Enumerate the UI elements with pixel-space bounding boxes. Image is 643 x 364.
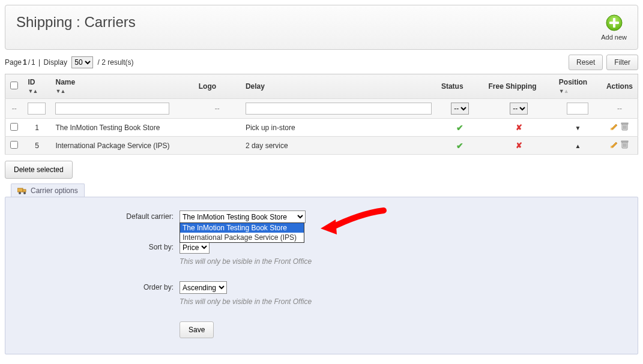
svg-rect-16 (23, 189, 26, 192)
filter-dash-1: -- (5, 99, 23, 119)
reset-button[interactable]: Reset (569, 55, 603, 70)
page-title: Shipping : Carriers (16, 14, 136, 31)
carrier-option-0[interactable]: The InMotion Testing Book Store (180, 223, 304, 233)
edit-icon[interactable] (610, 122, 618, 131)
cell-id: 1 (23, 119, 50, 137)
col-delay: Delay (246, 82, 265, 91)
table-row: 1The InMotion Testing Book StorePick up … (5, 119, 638, 137)
add-new-button[interactable]: Add new (601, 14, 627, 41)
filter-free-select[interactable]: -- (510, 103, 528, 115)
truck-icon (17, 187, 27, 194)
sort-name[interactable]: ▼▲ (55, 88, 65, 94)
row-checkbox[interactable] (10, 141, 18, 149)
filter-position-input[interactable] (567, 103, 588, 115)
carrier-options-panel: Default carrier: The InMotion Testing Bo… (5, 197, 638, 354)
delete-selected-button[interactable]: Delete selected (5, 161, 73, 179)
list-controls: Page 1 / 1 | Display 50 / 2 result(s) Re… (5, 55, 638, 70)
col-name[interactable]: Name (55, 78, 75, 86)
pager-results: / 2 result(s) (98, 58, 134, 67)
order-by-select[interactable]: Ascending (180, 281, 227, 294)
filter-delay-input[interactable] (246, 103, 432, 115)
cell-logo (194, 119, 241, 137)
delete-icon[interactable] (621, 122, 629, 131)
filter-dash-actions: -- (602, 99, 638, 119)
select-all-checkbox[interactable] (10, 82, 18, 89)
pager-page-total: 1 (31, 58, 35, 67)
col-logo: Logo (199, 82, 216, 91)
cell-name: International Package Service (IPS) (50, 137, 193, 155)
position-down-icon[interactable]: ▼ (575, 125, 581, 131)
pager-page-label: Page (5, 58, 22, 67)
sort-position[interactable]: ▼▲ (559, 88, 569, 94)
free-no-icon[interactable]: ✘ (516, 141, 522, 150)
cell-delay: Pick up in-store (241, 119, 436, 137)
pager-page-num: 1 (23, 58, 27, 67)
svg-point-17 (19, 192, 21, 194)
carrier-option-1[interactable]: International Package Service (IPS) (180, 233, 304, 242)
filter-dash-logo: -- (194, 99, 241, 119)
display-count-select[interactable]: 50 (71, 56, 93, 68)
sort-id[interactable]: ▼▲ (28, 88, 37, 94)
status-ok-icon[interactable]: ✔ (456, 141, 463, 151)
cell-delay: 2 day service (241, 137, 436, 155)
table-row: 5International Package Service (IPS)2 da… (5, 137, 638, 155)
order-by-label: Order by: (23, 281, 180, 291)
svg-rect-2 (609, 22, 619, 24)
col-free: Free Shipping (489, 82, 537, 91)
col-position[interactable]: Position (559, 78, 587, 86)
carrier-options-tab: Carrier options (11, 183, 85, 198)
default-carrier-label: Default carrier: (23, 210, 180, 221)
free-no-icon[interactable]: ✘ (516, 123, 522, 132)
filter-id-input[interactable] (28, 103, 46, 115)
delete-icon[interactable] (621, 140, 629, 149)
col-id[interactable]: ID (28, 78, 35, 86)
carrier-options-label: Carrier options (31, 186, 78, 195)
plus-circle-icon (605, 14, 623, 32)
sort-by-select[interactable]: Price (180, 241, 210, 254)
pager-display-label: Display (44, 58, 67, 67)
cell-name: The InMotion Testing Book Store (50, 119, 193, 137)
svg-rect-15 (17, 188, 23, 192)
col-status: Status (441, 82, 463, 91)
svg-rect-11 (621, 141, 628, 142)
svg-rect-5 (621, 123, 628, 124)
filter-name-input[interactable] (55, 103, 169, 115)
position-up-icon[interactable]: ▲ (575, 143, 581, 149)
row-checkbox[interactable] (10, 123, 18, 131)
svg-point-18 (23, 192, 26, 194)
annotation-arrow-icon (318, 204, 390, 240)
filter-button[interactable]: Filter (606, 55, 638, 70)
status-ok-icon[interactable]: ✔ (456, 123, 463, 133)
page-header: Shipping : Carriers Add new (5, 5, 638, 50)
svg-marker-19 (321, 219, 337, 234)
add-new-label: Add new (601, 34, 627, 41)
cell-logo (194, 137, 241, 155)
sort-by-label: Sort by: (23, 241, 180, 251)
col-actions: Actions (606, 82, 633, 91)
default-carrier-select[interactable]: The InMotion Testing Book Store (180, 210, 306, 223)
order-by-hint: This will only be visible in the Front O… (180, 297, 312, 306)
save-button[interactable]: Save (180, 321, 214, 338)
default-carrier-dropdown: The InMotion Testing Book Store Internat… (180, 222, 304, 243)
sort-by-hint: This will only be visible in the Front O… (180, 257, 312, 266)
cell-id: 5 (23, 137, 50, 155)
carriers-table: ID▼▲ Name▼▲ Logo Delay Status Free Shipp… (5, 74, 638, 155)
edit-icon[interactable] (610, 140, 618, 149)
filter-status-select[interactable]: -- (451, 103, 469, 115)
pager-sep: / (28, 58, 30, 67)
